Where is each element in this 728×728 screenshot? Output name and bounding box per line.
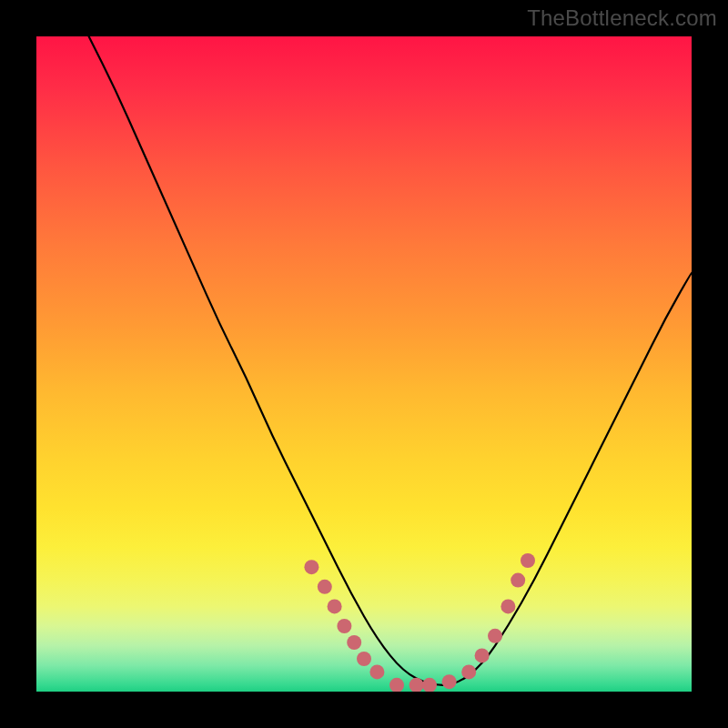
- watermark-text: TheBottleneck.com: [527, 5, 717, 31]
- threshold-point: [475, 648, 490, 662]
- threshold-point: [347, 635, 361, 650]
- threshold-point: [328, 599, 342, 613]
- threshold-point: [461, 664, 476, 679]
- threshold-point: [500, 599, 515, 613]
- threshold-point: [304, 560, 318, 574]
- threshold-point: [337, 619, 351, 633]
- threshold-point: [357, 652, 371, 666]
- threshold-point: [511, 573, 525, 588]
- threshold-point: [422, 678, 437, 692]
- threshold-points: [304, 553, 535, 692]
- threshold-point: [369, 664, 384, 679]
- threshold-point: [318, 580, 332, 594]
- threshold-point: [488, 629, 502, 643]
- chart-frame: TheBottleneck.com: [0, 0, 728, 728]
- bottleneck-curve: [89, 36, 692, 685]
- threshold-point: [521, 553, 535, 568]
- curve-layer: [36, 36, 692, 692]
- threshold-point: [389, 678, 404, 692]
- plot-area: [36, 36, 692, 692]
- threshold-point: [442, 674, 457, 689]
